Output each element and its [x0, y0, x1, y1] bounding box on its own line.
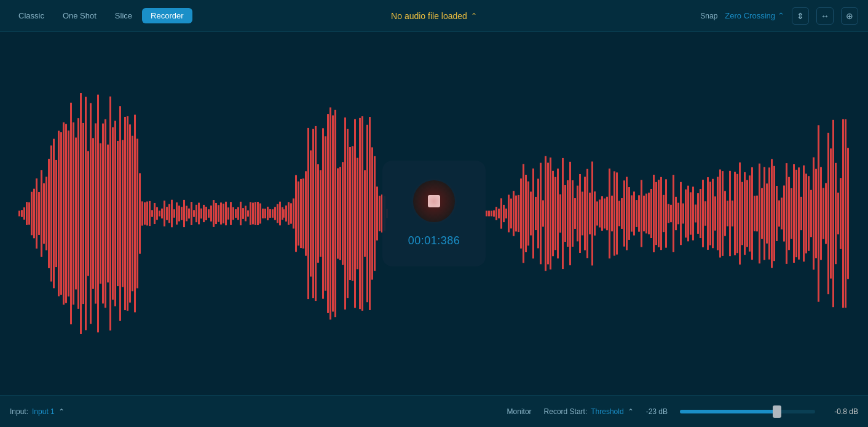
snap-chevron-icon: ⌃: [778, 11, 784, 20]
top-bar: Classic One Shot Slice Recorder No audio…: [0, 0, 868, 32]
tab-group: Classic One Shot Slice Recorder: [10, 8, 192, 23]
monitor-label: Monitor: [507, 407, 532, 416]
tab-slice[interactable]: Slice: [106, 8, 141, 23]
tab-recorder[interactable]: Recorder: [142, 8, 192, 23]
tab-classic[interactable]: Classic: [10, 8, 53, 23]
input-selector[interactable]: Input: Input 1 ⌃: [10, 407, 65, 416]
snap-select[interactable]: Zero Crossing ⌃: [725, 11, 784, 20]
db-left-label: -23 dB: [646, 407, 668, 416]
tab-one-shot[interactable]: One Shot: [54, 8, 105, 23]
input-label: Input:: [10, 407, 28, 416]
monitor-text: Monitor: [507, 407, 532, 416]
stop-icon: [428, 195, 440, 207]
record-time: 00:01:386: [408, 234, 460, 247]
stop-button[interactable]: [413, 180, 455, 222]
record-popup: 00:01:386: [382, 161, 486, 266]
fit-button[interactable]: ⇕: [792, 7, 809, 25]
bottom-bar: Input: Input 1 ⌃ Monitor Record Start: T…: [0, 395, 868, 427]
more-button[interactable]: ⊕: [841, 7, 858, 25]
file-title[interactable]: No audio file loaded ⌃: [391, 11, 477, 21]
snap-label: Snap: [700, 12, 717, 20]
db-right-value: -0.8 dB: [827, 407, 858, 416]
threshold-chevron-icon: ⌃: [628, 407, 634, 416]
threshold-slider[interactable]: [680, 410, 815, 413]
slider-fill: [680, 410, 777, 413]
snap-value: Zero Crossing: [725, 11, 775, 20]
file-title-text: No audio file loaded: [391, 11, 467, 21]
zoom-icon: ↔: [821, 11, 829, 21]
more-icon: ⊕: [846, 11, 853, 21]
input-chevron-icon: ⌃: [58, 407, 65, 416]
record-start-value[interactable]: Threshold: [591, 407, 623, 416]
input-value: Input 1: [32, 407, 55, 416]
slider-thumb[interactable]: [773, 405, 781, 418]
slider-track[interactable]: [680, 410, 815, 413]
waveform-area: 00:01:386: [0, 32, 868, 395]
top-right-controls: Snap Zero Crossing ⌃ ⇕ ↔ ⊕: [700, 7, 858, 25]
zoom-button[interactable]: ↔: [816, 7, 834, 25]
fit-icon: ⇕: [797, 11, 804, 21]
title-chevron-icon: ⌃: [471, 12, 477, 20]
record-start-label: Record Start:: [544, 407, 588, 416]
record-start-item: Record Start: Threshold ⌃: [544, 407, 634, 416]
